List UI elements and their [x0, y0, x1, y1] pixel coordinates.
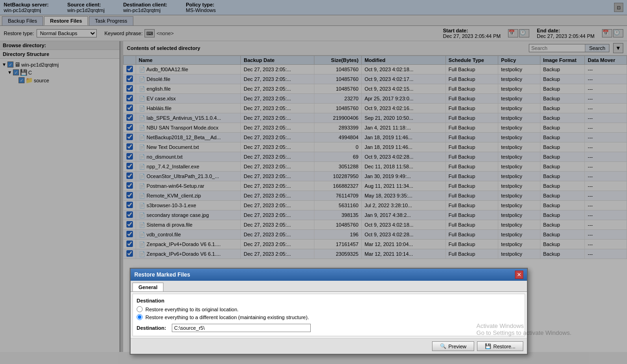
table-row: 📄 NBU SAN Transport Mode.docx Dec 27, 20… — [124, 123, 627, 133]
row-policy-4: testpolicy — [498, 104, 540, 113]
row-checkbox-17[interactable] — [126, 231, 133, 237]
col-header-data-mover[interactable]: Data Mover — [585, 56, 627, 65]
source-client-info: Source client: win-pc1d2qrqtmj — [67, 2, 105, 13]
root-expand-icon[interactable]: ▼ — [2, 62, 6, 67]
end-date-buttons: 📅 🕐 — [602, 29, 623, 37]
row-checkbox-8[interactable] — [126, 143, 133, 150]
radio-original[interactable] — [137, 306, 143, 312]
search-button[interactable]: Search — [585, 44, 609, 52]
row-policy-15: testpolicy — [498, 210, 540, 220]
keyword-phrase-group: Keyword phrase: ⌨ <none> — [104, 29, 174, 37]
row-policy-0: testpolicy — [498, 65, 540, 74]
row-checkbox-14[interactable] — [126, 202, 133, 208]
tree-area: ▼ ✓ 🖥 win-pc1d2qrqtmj ▼ ✓ 💾 C ✓ 📁 — [0, 59, 119, 352]
col-header-size[interactable]: Size(Bytes) — [314, 56, 362, 65]
row-data-mover-2: --- — [585, 84, 627, 94]
row-checkbox-cell — [124, 220, 136, 230]
tree-node-root[interactable]: ▼ ✓ 🖥 win-pc1d2qrqtmj — [2, 61, 118, 68]
radio-different[interactable] — [137, 314, 143, 320]
corner-button[interactable]: ⊡ — [614, 3, 623, 12]
start-date-clock-btn[interactable]: 🕐 — [519, 29, 529, 37]
row-checkbox-1[interactable] — [126, 75, 133, 82]
search-input[interactable] — [529, 44, 585, 52]
col-header-policy[interactable]: Policy — [498, 56, 540, 65]
directory-structure-label: Directory Structure — [0, 50, 119, 59]
end-date-clock-btn[interactable]: 🕐 — [613, 29, 623, 37]
row-modified-15: Jan 9, 2017 4:38:2... — [362, 210, 445, 220]
c-expand-icon[interactable]: ▼ — [7, 70, 12, 75]
row-data-mover-12: --- — [585, 181, 627, 191]
row-checkbox-6[interactable] — [126, 124, 133, 130]
tab-task-progress[interactable]: Task Progress — [89, 16, 133, 25]
file-icon: 📄 — [139, 173, 145, 179]
col-header-schedule[interactable]: Schedule Type — [445, 56, 498, 65]
table-row: 📄 Sistema di prova.file Dec 27, 2023 2:0… — [124, 220, 627, 230]
source-checkbox[interactable]: ✓ — [19, 77, 25, 83]
row-checkbox-10[interactable] — [126, 163, 133, 169]
col-header-modified[interactable]: Modified — [362, 56, 445, 65]
row-image-format-8: Backup — [540, 142, 585, 152]
row-backup-date-4: Dec 27, 2023 2:05:... — [241, 104, 314, 113]
start-date-calendar-btn[interactable]: 📅 — [508, 29, 518, 37]
row-data-mover-15: --- — [585, 210, 627, 220]
file-icon: 📄 — [139, 241, 145, 247]
row-checkbox-4[interactable] — [126, 105, 133, 111]
row-data-mover-5: --- — [585, 113, 627, 123]
row-checkbox-9[interactable] — [126, 153, 133, 160]
col-header-name[interactable]: Name — [136, 56, 241, 65]
row-checkbox-cell — [124, 94, 136, 104]
row-checkbox-3[interactable] — [126, 95, 133, 101]
row-schedule-7: Full Backup — [445, 133, 498, 142]
row-data-mover-7: --- — [585, 133, 627, 142]
row-checkbox-7[interactable] — [126, 134, 133, 140]
row-checkbox-2[interactable] — [126, 85, 133, 92]
row-checkbox-19[interactable] — [126, 250, 133, 257]
row-checkbox-13[interactable] — [126, 192, 133, 198]
row-name-5: 📄 lab_SPES_Antivirus_V15.1.0.4... — [136, 113, 241, 123]
tree-node-c[interactable]: ▼ ✓ 💾 C — [7, 68, 118, 76]
row-size-16: 10485760 — [314, 220, 362, 230]
col-header-image-format[interactable]: Image Format — [540, 56, 585, 65]
tree-node-source[interactable]: ✓ 📁 source — [13, 76, 118, 84]
col-header-check[interactable] — [124, 56, 136, 65]
restore-modal: Restore Marked Files ✕ General Destinati… — [130, 268, 528, 352]
c-checkbox[interactable]: ✓ — [13, 69, 19, 75]
row-modified-19: Mar 12, 2021 10:14... — [362, 249, 445, 259]
row-checkbox-5[interactable] — [126, 114, 133, 121]
restore-button[interactable]: 💾 Restore... — [477, 341, 523, 351]
controls-row: Restore type: Normal Backups Keyword phr… — [0, 26, 627, 41]
row-policy-10: testpolicy — [498, 162, 540, 172]
filter-button[interactable]: ▼ — [613, 43, 623, 53]
modal-close-button[interactable]: ✕ — [515, 271, 523, 279]
row-checkbox-15[interactable] — [126, 211, 133, 218]
modal-tab-general[interactable]: General — [132, 283, 163, 291]
row-name-12: 📄 Postman-win64-Setup.rar — [136, 181, 241, 191]
tab-restore-files[interactable]: Restore Files — [44, 16, 88, 25]
row-checkbox-12[interactable] — [126, 182, 133, 189]
row-data-mover-3: --- — [585, 94, 627, 104]
table-row: 📄 New Text Document.txt Dec 27, 2023 2:0… — [124, 142, 627, 152]
preview-button[interactable]: 🔍 Preview — [432, 341, 474, 351]
row-checkbox-16[interactable] — [126, 221, 133, 228]
row-modified-8: Jan 18, 2019 11:46... — [362, 142, 445, 152]
restore-type-dropdown[interactable]: Normal Backups — [37, 29, 97, 37]
row-modified-1: Oct 9, 2023 4:02:17... — [362, 74, 445, 84]
tab-backup-files[interactable]: Backup Files — [2, 16, 43, 25]
col-header-backup-date[interactable]: Backup Date — [241, 56, 314, 65]
row-name-17: 📄 vdb_control.file — [136, 230, 241, 240]
row-checkbox-0[interactable] — [126, 66, 133, 72]
row-schedule-18: Full Backup — [445, 240, 498, 249]
row-backup-date-15: Dec 27, 2023 2:05:... — [241, 210, 314, 220]
end-date-calendar-btn[interactable]: 📅 — [602, 29, 612, 37]
destination-input[interactable] — [172, 324, 311, 332]
root-checkbox[interactable]: ✓ — [7, 62, 13, 68]
row-data-mover-17: --- — [585, 230, 627, 240]
table-row: 📄 EV case.xlsx Dec 27, 2023 2:05:... 232… — [124, 94, 627, 104]
row-checkbox-18[interactable] — [126, 241, 133, 247]
row-schedule-13: Full Backup — [445, 191, 498, 201]
row-schedule-6: Full Backup — [445, 123, 498, 133]
keyword-phrase-button[interactable]: ⌨ — [144, 29, 155, 37]
row-policy-17: testpolicy — [498, 230, 540, 240]
row-checkbox-11[interactable] — [126, 173, 133, 179]
row-schedule-10: Full Backup — [445, 162, 498, 172]
